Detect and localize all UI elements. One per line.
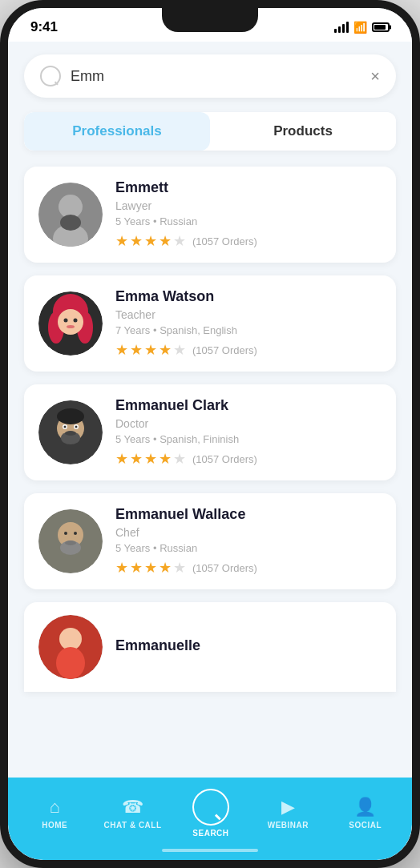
avatar-emmanuelle — [38, 615, 103, 679]
avatar-emma-watson — [38, 291, 103, 356]
nav-chat-call[interactable]: ☎ CHAT & CALL — [104, 797, 162, 830]
svg-point-9 — [64, 319, 68, 323]
svg-point-14 — [57, 408, 84, 424]
svg-point-17 — [64, 426, 67, 428]
tab-bar: Professionals Products — [24, 112, 396, 151]
card-info-emmanuelle: Emmanuelle — [115, 637, 382, 657]
card-emmanuel-clark[interactable]: Emmanuel Clark Doctor 5 Years • Spanish,… — [24, 384, 396, 480]
search-icon — [40, 66, 61, 86]
search-bar: Emm × — [24, 54, 396, 98]
avatar-emmanuel-wallace — [38, 509, 103, 573]
card-info-emma: Emma Watson Teacher 7 Years • Spanish, E… — [115, 288, 382, 359]
svg-point-26 — [74, 532, 77, 535]
card-emmanuel-wallace[interactable]: Emmanuel Wallace Chef 5 Years • Russian … — [24, 493, 396, 589]
card-meta: 7 Years • Spanish, English — [115, 324, 382, 336]
status-bar: 9:41 📶 — [8, 8, 412, 42]
svg-point-18 — [75, 426, 78, 428]
card-orders: (1057 Orders) — [192, 235, 257, 247]
card-stars: ★ ★ ★ ★ ★ (1057 Orders) — [115, 341, 382, 359]
card-stars: ★ ★ ★ ★ ★ (1057 Orders) — [115, 232, 382, 250]
svg-point-28 — [59, 628, 82, 650]
card-info-emmanuel-wallace: Emmanuel Wallace Chef 5 Years • Russian … — [115, 506, 382, 577]
card-role: Chef — [115, 526, 382, 539]
card-info-emmett: Emmett Lawyer 5 Years • Russian ★ ★ ★ ★ … — [115, 179, 382, 250]
card-meta: 5 Years • Spanish, Fininish — [115, 433, 382, 445]
card-name: Emmett — [115, 179, 382, 196]
content-area: Emm × Professionals Products — [8, 42, 412, 778]
home-icon: ⌂ — [50, 797, 60, 818]
nav-social-label: SOCIAL — [349, 821, 382, 830]
status-time: 9:41 — [30, 19, 58, 35]
wifi-icon: 📶 — [353, 21, 367, 34]
search-input[interactable]: Emm — [71, 68, 370, 85]
svg-point-29 — [56, 647, 85, 679]
nav-search-label: SEARCH — [192, 829, 228, 838]
status-icons: 📶 — [334, 21, 390, 34]
bottom-nav: ⌂ HOME ☎ CHAT & CALL SEARCH ▶ WEBINAR 👤 … — [8, 778, 412, 844]
card-emma-watson[interactable]: Emma Watson Teacher 7 Years • Spanish, E… — [24, 275, 396, 372]
card-meta: 5 Years • Russian — [115, 542, 382, 554]
card-emmett[interactable]: Emmett Lawyer 5 Years • Russian ★ ★ ★ ★ … — [24, 167, 396, 263]
nav-social[interactable]: 👤 SOCIAL — [337, 797, 394, 830]
card-meta: 5 Years • Russian — [115, 215, 382, 227]
svg-point-25 — [64, 532, 67, 535]
signal-icon — [334, 22, 349, 33]
nav-chat-label: CHAT & CALL — [104, 821, 162, 830]
card-name: Emmanuelle — [115, 637, 382, 654]
notch — [162, 8, 258, 32]
card-stars: ★ ★ ★ ★ ★ (1057 Orders) — [115, 450, 382, 468]
clear-button[interactable]: × — [370, 67, 380, 86]
nav-webinar[interactable]: ▶ WEBINAR — [260, 797, 316, 830]
nav-home[interactable]: ⌂ HOME — [26, 797, 83, 830]
card-orders: (1057 Orders) — [192, 453, 257, 465]
svg-point-11 — [67, 325, 75, 328]
avatar-emmanuel-clark — [38, 400, 103, 464]
tab-professionals[interactable]: Professionals — [24, 112, 210, 151]
card-role: Doctor — [115, 417, 382, 430]
nav-webinar-label: WEBINAR — [268, 821, 309, 830]
avatar-emmett — [38, 183, 103, 247]
home-line — [162, 849, 258, 852]
card-info-emmanuel-clark: Emmanuel Clark Doctor 5 Years • Spanish,… — [115, 397, 382, 468]
chat-icon: ☎ — [122, 797, 143, 818]
card-emmanuelle-partial[interactable]: Emmanuelle — [24, 602, 396, 692]
card-orders: (1057 Orders) — [192, 562, 257, 574]
card-name: Emma Watson — [115, 288, 382, 305]
svg-point-10 — [74, 319, 78, 323]
battery-icon — [372, 22, 390, 32]
card-role: Teacher — [115, 308, 382, 321]
svg-point-24 — [65, 540, 76, 545]
card-role: Lawyer — [115, 199, 382, 212]
card-name: Emmanuel Clark — [115, 397, 382, 414]
card-name: Emmanuel Wallace — [115, 506, 382, 523]
nav-home-label: HOME — [42, 821, 67, 830]
play-icon: ▶ — [281, 797, 295, 818]
search-circle-icon — [192, 789, 229, 826]
tab-products[interactable]: Products — [210, 112, 396, 151]
home-indicator — [8, 844, 412, 860]
nav-search[interactable]: SEARCH — [183, 789, 239, 838]
svg-point-20 — [65, 431, 76, 436]
svg-point-3 — [60, 215, 81, 231]
phone-frame: 9:41 📶 Emm × — [0, 0, 420, 868]
svg-point-8 — [58, 309, 83, 335]
card-stars: ★ ★ ★ ★ ★ (1057 Orders) — [115, 559, 382, 577]
card-orders: (1057 Orders) — [192, 344, 257, 356]
people-icon: 👤 — [354, 797, 376, 818]
